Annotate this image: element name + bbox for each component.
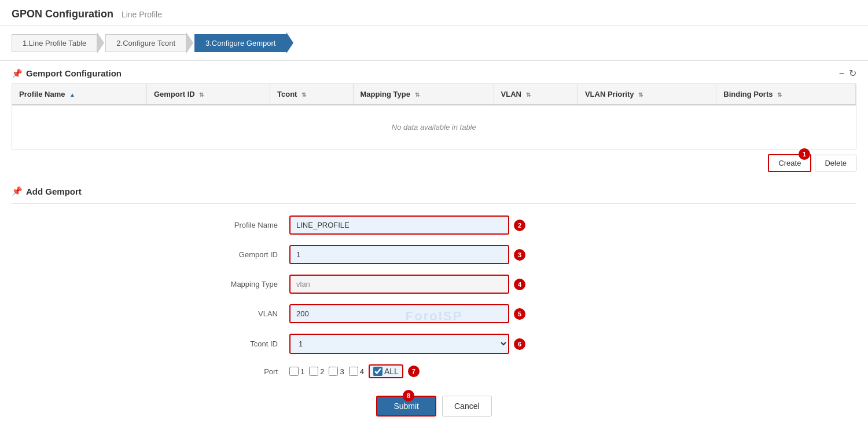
- wizard-steps: 1.Line Profile Table 2.Configure Tcont 3…: [0, 25, 868, 61]
- gemport-id-input[interactable]: [289, 245, 509, 264]
- create-badge: 1: [799, 148, 810, 160]
- port-row: Port 1 2 3: [174, 364, 694, 378]
- port-2-checkbox[interactable]: [309, 367, 318, 376]
- vlan-badge: 5: [514, 308, 525, 320]
- pin-icon: 📌: [12, 68, 23, 79]
- port-1-label: 1: [300, 367, 304, 376]
- sort-icon-gemport-id: ⇅: [199, 92, 204, 98]
- submit-badge: 8: [403, 390, 414, 401]
- add-pin-icon: 📌: [12, 186, 23, 196]
- port-checkboxes: 1 2 3 4: [289, 364, 403, 378]
- gemport-id-wrap: 3: [289, 245, 509, 264]
- sort-icon-vlan: ⇅: [526, 92, 531, 98]
- col-tcont[interactable]: Tcont ⇅: [270, 84, 354, 105]
- port-3-label: 3: [340, 367, 344, 376]
- section-actions: − ↻: [839, 68, 856, 79]
- col-vlan[interactable]: VLAN ⇅: [494, 84, 578, 105]
- col-vlan-priority[interactable]: VLAN Priority ⇅: [578, 84, 716, 105]
- step-box-1: 1.Line Profile Table: [12, 34, 97, 52]
- tcont-id-badge: 6: [514, 338, 525, 350]
- sort-icon-binding-ports: ⇅: [777, 92, 782, 98]
- sort-icon-mapping-type: ⇅: [415, 92, 420, 98]
- gemport-config-section: 📌 Gemport Configuration − ↻: [12, 61, 856, 84]
- vlan-wrap: 5: [289, 304, 509, 323]
- profile-name-input[interactable]: [289, 216, 509, 235]
- mapping-type-wrap: 4: [289, 275, 509, 294]
- cancel-button[interactable]: Cancel: [442, 396, 492, 417]
- mapping-type-input[interactable]: [289, 275, 509, 294]
- gemport-id-row: Gemport ID 3: [174, 245, 694, 264]
- page-header: GPON Configuration Line Profile: [0, 0, 868, 25]
- page-subtitle: Line Profile: [122, 10, 162, 19]
- wizard-step-2[interactable]: 2.Configure Tcont: [105, 32, 193, 53]
- form-buttons: 8 Submit Cancel: [174, 396, 694, 417]
- port-badge: 7: [408, 366, 420, 377]
- add-gemport-form: Profile Name 2 Gemport ID 3 Mapping Type: [174, 216, 694, 417]
- table-actions: 1 Create Delete: [12, 149, 856, 177]
- profile-name-wrap: 2: [289, 216, 509, 235]
- gemport-config-title: 📌 Gemport Configuration: [12, 68, 122, 79]
- collapse-icon[interactable]: −: [839, 68, 844, 79]
- mapping-type-label: Mapping Type: [174, 280, 289, 288]
- port-wrap: 1 2 3 4: [289, 364, 403, 378]
- profile-name-badge: 2: [514, 220, 525, 231]
- port-all-checkbox[interactable]: [373, 367, 382, 376]
- gemport-id-label: Gemport ID: [174, 250, 289, 259]
- step-arrow-1: [97, 32, 104, 53]
- main-content: 📌 Gemport Configuration − ↻ Profile Name…: [0, 61, 868, 428]
- step-arrow-2: [186, 32, 193, 53]
- vlan-label: VLAN: [174, 309, 289, 318]
- delete-button[interactable]: Delete: [815, 155, 856, 171]
- step-arrow-3: [286, 32, 293, 53]
- gemport-id-badge: 3: [514, 249, 525, 261]
- gemport-table-container: Profile Name ▲ Gemport ID ⇅ Tcont ⇅ Mapp…: [12, 84, 856, 149]
- refresh-icon[interactable]: ↻: [849, 68, 856, 79]
- vlan-input[interactable]: [289, 304, 509, 323]
- step-box-3: 3.Configure Gemport: [194, 34, 286, 52]
- gemport-table: Profile Name ▲ Gemport ID ⇅ Tcont ⇅ Mapp…: [12, 84, 856, 149]
- port-1-item: 1: [289, 367, 304, 376]
- vlan-row: VLAN 5: [174, 304, 694, 323]
- port-3-item: 3: [329, 367, 344, 376]
- col-binding-ports[interactable]: Binding Ports ⇅: [716, 84, 856, 105]
- port-4-label: 4: [360, 367, 364, 376]
- port-4-item: 4: [349, 367, 364, 376]
- tcont-id-label: Tcont ID: [174, 339, 289, 348]
- wizard-step-1[interactable]: 1.Line Profile Table: [12, 32, 104, 53]
- sort-icon-tcont: ⇅: [301, 92, 306, 98]
- port-4-checkbox[interactable]: [349, 367, 358, 376]
- col-profile-name[interactable]: Profile Name ▲: [12, 84, 146, 105]
- profile-name-row: Profile Name 2: [174, 216, 694, 235]
- profile-name-label: Profile Name: [174, 221, 289, 229]
- port-1-checkbox[interactable]: [289, 367, 299, 376]
- table-empty-message: No data available in table: [12, 105, 856, 149]
- add-gemport-section: 📌 Add Gemport: [12, 177, 856, 204]
- mapping-type-badge: 4: [514, 279, 525, 290]
- port-2-item: 2: [309, 367, 324, 376]
- tcont-id-wrap: 1 2 3 4 6: [289, 334, 509, 354]
- col-gemport-id[interactable]: Gemport ID ⇅: [146, 84, 270, 105]
- sort-icon-vlan-priority: ⇅: [638, 92, 643, 98]
- table-header-row: Profile Name ▲ Gemport ID ⇅ Tcont ⇅ Mapp…: [12, 84, 856, 105]
- table-empty-row: No data available in table: [12, 105, 856, 149]
- port-all-wrap: ALL: [369, 364, 403, 378]
- tcont-id-select[interactable]: 1 2 3 4: [289, 334, 509, 354]
- wizard-step-3[interactable]: 3.Configure Gemport: [194, 32, 293, 53]
- port-3-checkbox[interactable]: [329, 367, 338, 376]
- port-2-label: 2: [320, 367, 324, 376]
- page-title: GPON Configuration: [12, 8, 113, 20]
- tcont-id-row: Tcont ID 1 2 3 4 6: [174, 334, 694, 354]
- step-box-2: 2.Configure Tcont: [105, 34, 186, 52]
- form-outer: ForoISP Profile Name 2 Gemport ID 3: [12, 216, 856, 417]
- sort-icon-profile-name: ▲: [69, 92, 75, 98]
- col-mapping-type[interactable]: Mapping Type ⇅: [353, 84, 494, 105]
- mapping-type-row: Mapping Type 4: [174, 275, 694, 294]
- port-label: Port: [174, 367, 289, 376]
- port-all-label: ALL: [384, 367, 399, 376]
